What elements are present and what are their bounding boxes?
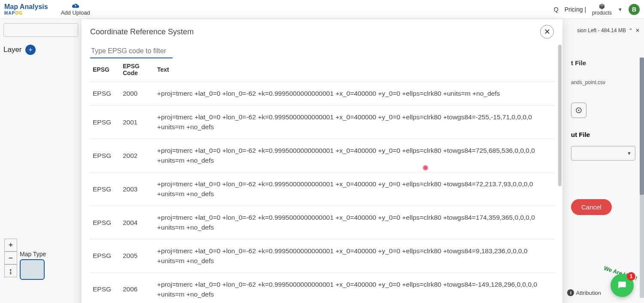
col-header-epsg: EPSG	[89, 58, 119, 82]
pricing-link[interactable]: Pricing |	[565, 6, 586, 13]
modal-close-button[interactable]: ✕	[540, 25, 554, 39]
app-body: Layer + − ↨ Map Type sion Left - 484.14 …	[0, 19, 644, 303]
cloud-upload-icon	[72, 3, 79, 9]
chat-badge: 1	[627, 272, 635, 281]
chat-widget[interactable]: 1	[611, 274, 634, 297]
cell-code: 2004	[119, 206, 154, 239]
map-attribution[interactable]: i Attribution	[567, 289, 601, 296]
cell-text: +proj=tmerc +lat_0=0 +lon_0=-62 +k=0.999…	[154, 82, 555, 106]
info-icon: i	[567, 289, 574, 296]
cell-text: +proj=tmerc +lat_0=0 +lon_0=-62 +k=0.999…	[154, 173, 555, 206]
table-row[interactable]: EPSG2003+proj=tmerc +lat_0=0 +lon_0=-62 …	[89, 173, 555, 206]
cell-epsg: EPSG	[89, 206, 119, 239]
add-upload-label: Add Upload	[61, 9, 90, 16]
crs-table: EPSG EPSG Code Text EPSG2000+proj=tmerc …	[89, 58, 555, 303]
products-menu[interactable]: products	[592, 3, 612, 16]
table-row[interactable]: EPSG2002+proj=tmerc +lat_0=0 +lon_0=-62 …	[89, 139, 555, 173]
close-icon: ✕	[544, 27, 550, 36]
modal-scrollbar[interactable]	[558, 45, 562, 186]
cell-text: +proj=tmerc +lat_0=0 +lon_0=-62 +k=0.999…	[154, 206, 555, 239]
cube-icon	[598, 3, 605, 10]
cell-text: +proj=tmerc +lat_0=0 +lon_0=-62 +k=0.999…	[154, 139, 555, 173]
cell-text: +proj=tmerc +lat_0=0 +lon_0=-62 +k=0.999…	[154, 106, 555, 139]
brand-logo[interactable]: Map Analysis MAPOG	[4, 3, 48, 15]
table-row[interactable]: EPSG2006+proj=tmerc +lat_0=0 +lon_0=-62 …	[89, 273, 555, 303]
cell-text: +proj=tmerc +lat_0=0 +lon_0=-62 +k=0.999…	[154, 239, 555, 273]
cell-code: 2006	[119, 273, 154, 303]
cell-text: +proj=tmerc +lat_0=0 +lon_0=-62 +k=0.999…	[154, 273, 555, 303]
dropdown-caret-icon[interactable]: ▼	[618, 7, 623, 12]
epsg-filter-input[interactable]	[90, 45, 173, 58]
brand-title: Map Analysis	[4, 3, 48, 11]
col-header-code: EPSG Code	[119, 58, 154, 82]
cell-code: 2003	[119, 173, 154, 206]
cell-epsg: EPSG	[89, 273, 119, 303]
chat-bubble-icon	[617, 280, 628, 291]
table-row[interactable]: EPSG2004+proj=tmerc +lat_0=0 +lon_0=-62 …	[89, 206, 555, 239]
table-row[interactable]: EPSG2001+proj=tmerc +lat_0=0 +lon_0=-62 …	[89, 106, 555, 139]
cell-code: 2002	[119, 139, 154, 173]
cell-epsg: EPSG	[89, 139, 119, 173]
cell-code: 2001	[119, 106, 154, 139]
modal-header: Coordinate Reference System ✕	[82, 19, 562, 43]
add-upload-button[interactable]: Add Upload	[61, 3, 90, 16]
cell-epsg: EPSG	[89, 106, 119, 139]
cell-epsg: EPSG	[89, 239, 119, 273]
user-avatar[interactable]: B	[629, 4, 640, 15]
table-row[interactable]: EPSG2000+proj=tmerc +lat_0=0 +lon_0=-62 …	[89, 82, 555, 106]
cell-code: 2005	[119, 239, 154, 273]
crs-modal: Coordinate Reference System ✕ EPSG EPSG …	[82, 19, 562, 303]
col-header-text: Text	[154, 58, 555, 82]
brand-subtitle: MAPOG	[4, 11, 23, 15]
crs-table-wrap[interactable]: EPSG EPSG Code Text EPSG2000+proj=tmerc …	[82, 58, 562, 303]
table-row[interactable]: EPSG2005+proj=tmerc +lat_0=0 +lon_0=-62 …	[89, 239, 555, 273]
cell-epsg: EPSG	[89, 173, 119, 206]
faq-link[interactable]: Q	[554, 6, 559, 13]
top-nav: Map Analysis MAPOG Add Upload Q Pricing …	[0, 0, 644, 19]
cell-epsg: EPSG	[89, 82, 119, 106]
modal-title: Coordinate Reference System	[90, 27, 194, 36]
cursor-indicator	[422, 165, 428, 171]
cell-code: 2000	[119, 82, 154, 106]
